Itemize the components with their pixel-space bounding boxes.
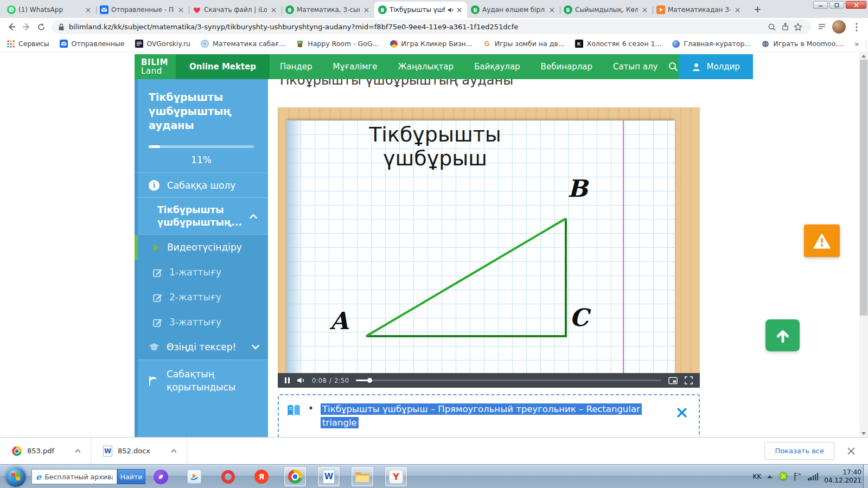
tab-mail-sent[interactable]: Отправленные - По: [96, 2, 189, 18]
back-icon[interactable]: [4, 20, 19, 34]
tab-close-icon[interactable]: [84, 6, 92, 14]
account-button[interactable]: Молдир: [679, 54, 752, 79]
sidebar-section-header[interactable]: Тікбұрышты үшбұрыштың...: [135, 197, 268, 234]
nav-online-mektep[interactable]: Online Mektep: [176, 54, 270, 79]
highlighted-term[interactable]: Тікбұрышты үшбұрыш – Прямоугольный треуг…: [321, 403, 642, 428]
taskbar-search-input[interactable]: e Бесплатный архива...: [31, 469, 117, 484]
fullscreen-icon[interactable]: [685, 376, 693, 384]
tab-syiymdylyk[interactable]: B Сыйымдылық, Көле: [560, 2, 653, 18]
bookmarks-overflow-chevron[interactable]: »: [854, 40, 859, 48]
taskbar-app-explorer[interactable]: [352, 467, 373, 486]
glossary-close-icon[interactable]: [677, 408, 687, 441]
bookmark-moomoo[interactable]: Играть в Moomoo....: [761, 40, 844, 48]
nav-baiqaular[interactable]: Байқаулар: [464, 54, 531, 79]
new-tab-button[interactable]: [750, 2, 764, 16]
sidebar-item-overview[interactable]: i Сабаққа шолу: [135, 172, 268, 197]
tray-network-icon[interactable]: [808, 472, 818, 480]
bookmark-holostyak[interactable]: K Холостяк 6 сезон 1...: [575, 40, 662, 48]
close-button[interactable]: [846, 1, 866, 9]
report-warning-button[interactable]: [804, 224, 840, 257]
tab-audan-olshem[interactable]: B Аудан өлшем бірлік: [467, 2, 560, 18]
page-scrollbar[interactable]: [859, 52, 868, 437]
tab-close-icon[interactable]: [641, 6, 649, 14]
sidebar-item-exercise-1[interactable]: 1-жаттығу: [135, 260, 268, 285]
bookmark-happy-room[interactable]: Happy Room - GoG...: [296, 40, 379, 48]
nav-mugalimge[interactable]: Мұғалімге: [322, 54, 387, 79]
search-submit-button[interactable]: Найти: [117, 469, 145, 484]
bookmark-matematika[interactable]: Математика сабағ...: [201, 40, 285, 48]
taskbar-search[interactable]: e Бесплатный архива... Найти: [31, 469, 145, 484]
start-button[interactable]: [5, 466, 26, 487]
tab-audio-icon[interactable]: [448, 7, 454, 13]
downloads-close-icon[interactable]: [847, 447, 855, 455]
tab-close-icon[interactable]: [362, 6, 371, 14]
download-item-pdf[interactable]: 853.pdf: [0, 438, 91, 464]
tray-antivirus-icon[interactable]: [778, 472, 788, 481]
tab-close-icon[interactable]: [177, 6, 185, 14]
scroll-to-top-button[interactable]: [765, 319, 800, 351]
scrollbar-thumb[interactable]: [860, 60, 867, 316]
volume-icon[interactable]: [297, 377, 305, 384]
taskbar-app-opera[interactable]: [217, 467, 239, 486]
show-desktop-button[interactable]: [863, 465, 868, 488]
pip-icon[interactable]: [668, 377, 678, 384]
pause-button[interactable]: [285, 377, 290, 383]
sidebar-item-exercise-3[interactable]: 3-жаттығу: [135, 310, 268, 335]
taskbar-app-media-player[interactable]: [183, 467, 205, 486]
sidebar-item-check-yourself[interactable]: Өзіңді тексер!: [135, 335, 268, 359]
taskbar-app-chrome[interactable]: [284, 467, 306, 486]
tab-matematikadan[interactable]: Математикадан 3-ш: [653, 2, 745, 18]
bookmark-kliker[interactable]: Игра Кликер Бизн...: [390, 40, 473, 48]
tab-ilove-download[interactable]: Скачать файл | iLove: [189, 2, 282, 18]
nav-satyp-alu[interactable]: Сатып алу: [603, 54, 668, 79]
chevron-up-icon[interactable]: [75, 449, 81, 453]
taskbar-app-word[interactable]: W: [318, 467, 340, 486]
clock[interactable]: 17:40 04.12.2021: [824, 468, 861, 485]
video-seek-bar[interactable]: [356, 373, 661, 388]
profile-avatar[interactable]: [832, 20, 846, 34]
bookmark-star-icon[interactable]: [792, 21, 805, 34]
bilimland-logo[interactable]: BILIM Land: [135, 54, 176, 79]
tab-tikburyshty-active[interactable]: B Тікбұрышты үшб: [374, 2, 467, 18]
bookmark-zombi[interactable]: G Игры зомби на дв...: [483, 40, 565, 48]
sidebar-item-summary[interactable]: Сабақтың қорытындысы: [135, 359, 268, 401]
maximize-button[interactable]: [829, 1, 844, 9]
chevron-up-icon[interactable]: [171, 449, 177, 453]
address-bar[interactable]: bilimland.kz/kk/subject/matematika/3-syn…: [52, 20, 811, 34]
sidebar-item-exercise-2[interactable]: 2-жаттығу: [135, 285, 268, 310]
tab-close-icon[interactable]: [455, 6, 463, 14]
nav-pander[interactable]: Пәндер: [270, 54, 322, 79]
tab-close-icon[interactable]: [733, 6, 742, 14]
bookmark-servisy[interactable]: Сервисы: [7, 40, 49, 48]
taskbar-app-yandex-browser[interactable]: Y: [385, 467, 407, 486]
minimize-button[interactable]: [813, 1, 828, 9]
seek-knob[interactable]: [367, 378, 372, 383]
forward-icon[interactable]: [19, 20, 34, 34]
menu-kebab-icon[interactable]: [849, 20, 864, 34]
zoom-icon[interactable]: [765, 21, 778, 34]
video-player[interactable]: Тікбұрышты үшбұрыш A B C 0:08 / 2:50: [278, 107, 700, 388]
taskbar-app-yandex[interactable]: Я: [251, 467, 272, 486]
sidebar-item-video[interactable]: Видеотүсіндіру: [135, 235, 268, 260]
share-icon[interactable]: [778, 21, 792, 34]
seek-track[interactable]: [356, 380, 661, 381]
bookmark-kurator[interactable]: Главная-куратор...: [672, 40, 751, 48]
site-search-button[interactable]: [668, 54, 679, 79]
taskbar-app-alice[interactable]: [150, 467, 171, 486]
bookmark-ovgorskiy[interactable]: OVGorskiy.ru: [135, 40, 190, 48]
tab-close-icon[interactable]: [548, 6, 556, 14]
reload-icon[interactable]: [34, 20, 48, 34]
tab-whatsapp[interactable]: 1 (1) WhatsApp: [3, 2, 96, 18]
scrollbar-up-icon[interactable]: [859, 52, 868, 60]
bookmark-otpravlennye[interactable]: Отправленные: [60, 40, 125, 48]
tray-action-center-icon[interactable]: [794, 472, 802, 481]
nav-zhanalyqtar[interactable]: Жаңалықтар: [388, 54, 464, 79]
show-all-downloads-button[interactable]: Показать все: [764, 442, 834, 460]
scrollbar-down-icon[interactable]: [859, 429, 868, 437]
url-text[interactable]: bilimland.kz/kk/subject/matematika/3-syn…: [69, 23, 765, 31]
tab-matematika-3[interactable]: B Математика, 3-сынь: [282, 2, 374, 18]
download-item-docx[interactable]: W 852.docx: [91, 438, 187, 464]
reading-list-icon[interactable]: [814, 20, 829, 34]
nav-vebinarlar[interactable]: Вебинарлар: [531, 54, 603, 79]
language-indicator[interactable]: KK: [753, 473, 762, 480]
